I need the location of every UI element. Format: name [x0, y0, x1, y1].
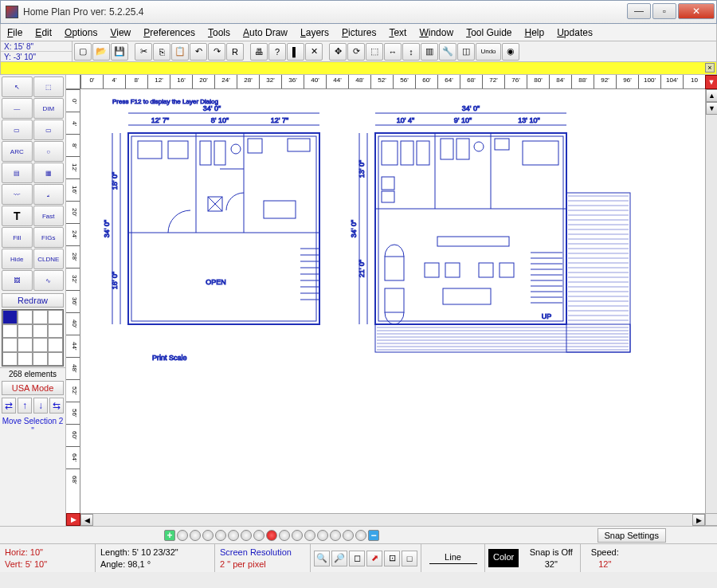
snap-dot[interactable]: [228, 530, 239, 541]
maximize-button[interactable]: ▫: [652, 3, 676, 19]
scroll-down-icon[interactable]: ▼: [706, 102, 717, 115]
close-button[interactable]: ✕: [678, 3, 715, 19]
move-icon[interactable]: ✥: [329, 43, 347, 61]
eraser-icon[interactable]: ◫: [457, 43, 475, 61]
menu-window[interactable]: Window: [413, 25, 460, 40]
menu-file[interactable]: File: [1, 25, 29, 40]
tool-pointer[interactable]: ↖: [2, 76, 33, 97]
snap-dot[interactable]: [330, 530, 341, 541]
menu-tool-guide[interactable]: Tool Guide: [460, 25, 518, 40]
help-q-icon[interactable]: ?: [268, 43, 286, 61]
menu-edit[interactable]: Edit: [29, 25, 58, 40]
save-icon[interactable]: 💾: [111, 43, 128, 61]
ruler-right-arrow-icon[interactable]: ▼: [705, 75, 717, 89]
undo-icon[interactable]: ↶: [190, 43, 207, 61]
tool-spline[interactable]: ∿: [33, 270, 65, 291]
snap-dot[interactable]: [355, 530, 366, 541]
horizontal-scrollbar[interactable]: ◀ ▶: [80, 513, 705, 526]
zoom-out-icon[interactable]: 🔎: [331, 551, 347, 566]
refresh-icon[interactable]: ⟳: [347, 43, 365, 61]
globe-icon[interactable]: ◉: [502, 43, 519, 61]
snap-dot[interactable]: [343, 530, 354, 541]
menu-layers[interactable]: Layers: [294, 25, 335, 40]
copy-icon[interactable]: ⎘: [153, 43, 170, 61]
snap-dot[interactable]: [215, 530, 226, 541]
rect-r-icon[interactable]: R: [226, 43, 244, 61]
vertical-scrollbar[interactable]: ▲ ▼: [705, 89, 717, 513]
menu-updates[interactable]: Updates: [550, 25, 599, 40]
print-icon[interactable]: 🖶: [250, 43, 268, 61]
zoom-extents-icon[interactable]: ⊡: [384, 551, 400, 566]
color-button[interactable]: Color: [488, 549, 519, 567]
menu-view[interactable]: View: [104, 25, 137, 40]
tool-dim[interactable]: DIM: [33, 98, 65, 119]
menu-options[interactable]: Options: [58, 25, 104, 40]
paste-icon[interactable]: 📋: [171, 43, 189, 61]
redraw-button[interactable]: Redraw: [2, 293, 64, 308]
snap-dot[interactable]: [317, 530, 328, 541]
usa-mode-button[interactable]: USA Mode: [2, 381, 64, 395]
select-dash-icon[interactable]: ⬚: [366, 43, 383, 61]
snap-plus-icon[interactable]: +: [164, 530, 175, 541]
v-arrows-icon[interactable]: ↕: [402, 43, 420, 61]
tools-icon[interactable]: 🔧: [439, 43, 456, 61]
tool-fill[interactable]: Fill: [2, 227, 33, 248]
snap-settings-button[interactable]: Snap Settings: [598, 528, 667, 543]
snap-minus-icon[interactable]: −: [368, 530, 379, 541]
move-up-icon[interactable]: ↑: [18, 398, 32, 414]
menu-tools[interactable]: Tools: [202, 25, 237, 40]
zoom-in-icon[interactable]: 🔍: [314, 551, 330, 566]
tool-select-box[interactable]: ⬚: [33, 76, 65, 97]
snap-dot[interactable]: [279, 530, 290, 541]
drawing-canvas[interactable]: Press F12 to display the Layer Dialog 34…: [80, 89, 705, 513]
snap-dot[interactable]: [202, 530, 214, 541]
tool-hatch[interactable]: ▤: [2, 163, 33, 183]
minimize-button[interactable]: —: [627, 3, 651, 19]
tool-curve[interactable]: 〰: [2, 184, 33, 205]
color-palette[interactable]: [2, 309, 64, 367]
tool-grid3[interactable]: ▦: [33, 163, 65, 183]
delete-x-icon[interactable]: ✕: [305, 43, 323, 61]
snap-dot-active[interactable]: [266, 530, 277, 541]
tool-hide[interactable]: Hide: [2, 249, 33, 269]
tool-angle[interactable]: ⦟: [33, 184, 65, 205]
h-arrows-icon[interactable]: ↔: [384, 43, 402, 61]
zoom-select-icon[interactable]: ⬈: [366, 551, 382, 566]
snap-dot[interactable]: [253, 530, 264, 541]
move-left-icon[interactable]: ⇄: [2, 398, 16, 414]
tool-rect[interactable]: ▭: [33, 120, 65, 140]
open-icon[interactable]: 📂: [92, 43, 110, 61]
tool-text-t[interactable]: T: [2, 206, 33, 226]
undo2-icon[interactable]: Undo: [476, 43, 501, 61]
tool-image[interactable]: 🖼: [2, 270, 33, 291]
columns-icon[interactable]: ▥: [421, 43, 438, 61]
tool-figs[interactable]: FIGs: [33, 227, 65, 248]
menu-help[interactable]: Help: [519, 25, 551, 40]
tool-rect-outline[interactable]: ▭: [2, 120, 33, 140]
new-icon[interactable]: ▢: [74, 43, 92, 61]
redo-icon[interactable]: ↷: [208, 43, 225, 61]
tool-circle[interactable]: ○: [33, 141, 65, 162]
menu-preferences[interactable]: Preferences: [137, 25, 202, 40]
tool-cldne[interactable]: CLDNE: [33, 249, 65, 269]
ruler-origin-arrow-icon[interactable]: ▶: [66, 513, 80, 526]
scroll-right-icon[interactable]: ▶: [692, 514, 705, 526]
snap-dot[interactable]: [304, 530, 315, 541]
menu-pictures[interactable]: Pictures: [335, 25, 382, 40]
tool-fast-t[interactable]: Fast: [33, 206, 65, 226]
snap-dot[interactable]: [241, 530, 252, 541]
move-down-icon[interactable]: ↓: [33, 398, 48, 414]
tool-arc[interactable]: ARC: [2, 141, 33, 162]
snap-dot[interactable]: [190, 530, 201, 541]
zoom-reset-icon[interactable]: □: [402, 551, 417, 566]
tool-line[interactable]: —: [2, 98, 33, 119]
scroll-up-icon[interactable]: ▲: [706, 89, 717, 102]
snap-dot[interactable]: [177, 530, 188, 541]
menu-text[interactable]: Text: [382, 25, 413, 40]
door-icon[interactable]: ▌: [287, 43, 304, 61]
menu-auto-draw[interactable]: Auto Draw: [237, 25, 294, 40]
zoom-fit-icon[interactable]: ◻: [349, 551, 365, 566]
move-right-icon[interactable]: ⇆: [49, 398, 64, 414]
linestyle-box[interactable]: Line: [421, 544, 485, 572]
scroll-left-icon[interactable]: ◀: [80, 514, 93, 526]
